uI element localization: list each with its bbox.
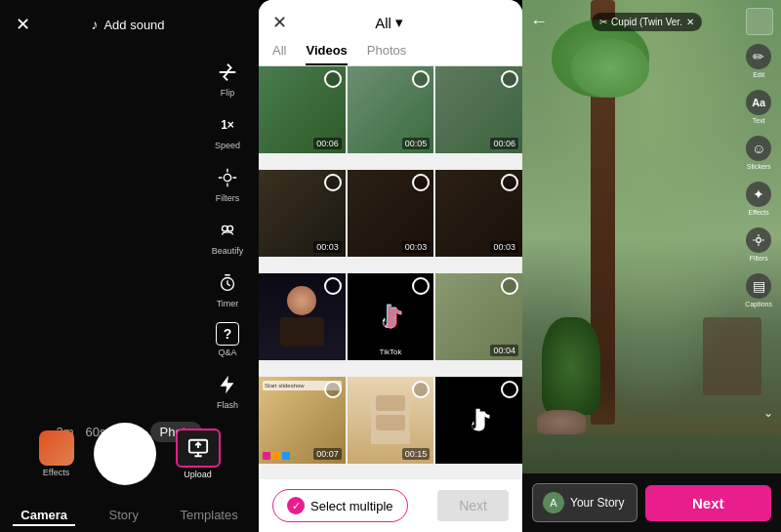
picker-filter-button[interactable]: All ▾ [375, 14, 403, 31]
grid-item-11[interactable]: 00:15 [348, 377, 434, 464]
qa-icon: ? [216, 322, 239, 346]
story-avatar: A [543, 492, 564, 513]
tool-text[interactable]: Aa Text [742, 85, 775, 129]
grid-item-tiktok[interactable]: TikTok [348, 273, 434, 360]
tool-qa[interactable]: ? Q&A [206, 316, 249, 363]
stickers-icon: ☺ [746, 136, 771, 161]
beautify-label: Beautify [212, 246, 244, 256]
captions-label: Captions [745, 301, 772, 307]
select-circle-5[interactable] [412, 174, 430, 191]
svg-point-1 [223, 225, 228, 231]
tab-all[interactable]: All [272, 37, 286, 65]
grid-item-1[interactable]: 00:06 [259, 66, 346, 153]
grid-item-7[interactable] [259, 273, 346, 360]
sound-badge[interactable]: ✂ Cupid (Twin Ver. ✕ [592, 13, 702, 31]
preview-top-bar: ← ✂ Cupid (Twin Ver. ✕ [522, 0, 781, 43]
svg-point-5 [757, 238, 761, 243]
timer-icon [214, 269, 241, 297]
picker-next-button[interactable]: Next [437, 490, 509, 521]
grid-item-4[interactable]: 00:03 [259, 170, 346, 257]
your-story-button[interactable]: A Your Story [532, 483, 637, 522]
music-icon: ♪ [91, 17, 98, 32]
flash-label: Flash [217, 400, 238, 410]
tool-stickers[interactable]: ☺ Stickers [742, 131, 775, 175]
qa-label: Q&A [218, 348, 236, 357]
effects-icon-right: ✦ [746, 182, 771, 207]
add-sound-label[interactable]: Add sound [103, 18, 164, 32]
tab-videos[interactable]: Videos [306, 37, 347, 65]
edit-icon: ✏ [746, 44, 771, 69]
speed-label: Speed [215, 141, 240, 150]
filters-label: Filters [216, 193, 240, 203]
picker-close-icon[interactable]: ✕ [272, 12, 287, 33]
add-sound-section[interactable]: ♪ Add sound [91, 17, 164, 32]
grid-item-12[interactable] [435, 377, 522, 464]
tool-effects[interactable]: ✦ Effects [742, 177, 775, 221]
grid-item-6[interactable]: 00:03 [435, 170, 522, 257]
tool-edit[interactable]: ✏ Edit [742, 39, 775, 83]
upload-icon [176, 429, 221, 468]
preview-tools: ✏ Edit Aa Text ☺ Stickers ✦ Effects [742, 39, 775, 312]
select-multiple-label: Select multiple [310, 499, 393, 513]
sound-close-icon[interactable]: ✕ [686, 17, 694, 27]
flash-icon [214, 371, 241, 398]
select-circle-2[interactable] [412, 70, 430, 88]
speed-icon: 1× [214, 111, 241, 139]
tool-timer[interactable]: Timer [206, 264, 249, 314]
text-icon: Aa [746, 90, 771, 115]
grid-item-3[interactable]: 00:06 [435, 66, 522, 153]
grid-item-9[interactable]: 00:04 [435, 273, 522, 360]
select-circle-7[interactable] [324, 277, 342, 295]
tool-filters-right[interactable]: Filters [742, 223, 775, 266]
stickers-label: Stickers [747, 163, 771, 170]
select-circle-9[interactable] [501, 277, 518, 295]
duration-3: 00:06 [490, 138, 518, 149]
close-icon[interactable]: ✕ [16, 14, 30, 35]
duration-2: 00:05 [402, 138, 431, 149]
select-circle-1[interactable] [324, 70, 342, 88]
effects-label-right: Effects [749, 209, 769, 216]
scroll-down-icon[interactable]: ⌄ [763, 406, 773, 420]
tool-speed[interactable]: 1× Speed [206, 105, 249, 156]
nav-story[interactable]: Story [102, 506, 146, 526]
camera-tools: Flip 1× Speed Filters B [206, 49, 249, 420]
grid-item-2[interactable]: 00:05 [348, 66, 434, 153]
effects-thumbnail [39, 430, 74, 466]
beautify-icon [214, 217, 241, 244]
tab-photos[interactable]: Photos [367, 37, 406, 65]
nav-camera[interactable]: Camera [13, 506, 75, 526]
grid-item-5[interactable]: 00:03 [348, 170, 434, 257]
more-options-icon[interactable] [746, 8, 773, 35]
select-multiple-button[interactable]: ✓ Select multiple [272, 489, 408, 522]
grid-item-10[interactable]: Start slideshow 00:07 [259, 377, 346, 464]
tool-flash[interactable]: Flash [206, 365, 249, 416]
tool-flip[interactable]: Flip [206, 53, 249, 103]
tool-captions[interactable]: ▤ Captions [742, 268, 775, 312]
select-circle-10[interactable] [324, 381, 342, 398]
select-circle-8[interactable] [412, 277, 430, 295]
check-icon: ✓ [287, 497, 305, 514]
filters-icon-right [746, 227, 771, 253]
tool-filters[interactable]: Filters [206, 158, 249, 209]
next-button[interactable]: Next [645, 485, 772, 521]
select-circle-12[interactable] [501, 381, 518, 398]
picker-tabs: All Videos Photos [259, 37, 522, 66]
duration-6: 00:03 [490, 241, 518, 253]
camera-panel: ✕ ♪ Add sound Flip 1× Speed [0, 0, 259, 532]
picker-footer: ✓ Select multiple Next [259, 478, 522, 532]
upload-button[interactable]: Upload [176, 429, 221, 479]
svg-point-0 [224, 174, 230, 181]
picker-filter-label: All [375, 15, 391, 31]
nav-templates[interactable]: Templates [172, 506, 245, 526]
svg-point-2 [227, 225, 233, 231]
preview-bottom-bar: A Your Story Next [522, 473, 781, 532]
effects-button[interactable]: Effects [39, 430, 74, 477]
tool-beautify[interactable]: Beautify [206, 211, 249, 262]
your-story-label: Your Story [570, 496, 625, 510]
back-icon[interactable]: ← [530, 12, 548, 32]
shutter-button[interactable] [94, 423, 156, 485]
select-circle-6[interactable] [501, 174, 518, 191]
select-circle-3[interactable] [501, 70, 518, 88]
sound-label: Cupid (Twin Ver. [611, 17, 682, 27]
select-circle-4[interactable] [324, 174, 342, 191]
